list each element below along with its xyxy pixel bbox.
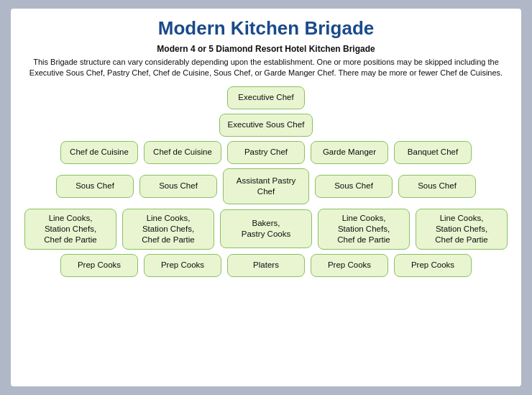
- line-cooks-3-box: Line Cooks, Station Chefs, Chef de Parti…: [318, 209, 410, 250]
- prep-cooks-4-box: Prep Cooks: [394, 254, 472, 277]
- row-level5: Line Cooks, Station Chefs, Chef de Parti…: [24, 209, 508, 250]
- row-level4: Sous Chef Sous Chef Assistant Pastry Che…: [56, 168, 476, 204]
- asst-pastry-chef-box: Assistant Pastry Chef: [223, 168, 309, 204]
- pastry-chef-box: Pastry Chef: [227, 141, 305, 164]
- page-title: Modern Kitchen Brigade: [22, 17, 510, 40]
- row-level6: Prep Cooks Prep Cooks Platers Prep Cooks…: [60, 254, 472, 277]
- main-card: Modern Kitchen Brigade Modern 4 or 5 Dia…: [11, 9, 521, 386]
- description: This Brigade structure can vary consider…: [22, 57, 510, 79]
- chef-de-cuisine-1-box: Chef de Cuisine: [60, 141, 138, 164]
- prep-cooks-1-box: Prep Cooks: [60, 254, 138, 277]
- subtitle: Modern 4 or 5 Diamond Resort Hotel Kitch…: [22, 44, 510, 54]
- prep-cooks-2-box: Prep Cooks: [144, 254, 221, 277]
- sous-chef-4-box: Sous Chef: [398, 175, 476, 198]
- sous-chef-3-box: Sous Chef: [315, 175, 393, 198]
- exec-sous-chef-box: Executive Sous Chef: [219, 114, 313, 137]
- banquet-chef-box: Banquet Chef: [394, 141, 472, 164]
- prep-cooks-3-box: Prep Cooks: [311, 254, 388, 277]
- line-cooks-1-box: Line Cooks, Station Chefs, Chef de Parti…: [24, 209, 116, 250]
- row-exec-chef: Executive Chef: [227, 86, 305, 109]
- row-level3: Chef de Cuisine Chef de Cuisine Pastry C…: [60, 141, 472, 164]
- row-exec-sous-chef: Executive Sous Chef: [219, 114, 313, 137]
- chef-de-cuisine-2-box: Chef de Cuisine: [144, 141, 221, 164]
- line-cooks-4-box: Line Cooks, Station Chefs, Chef de Parti…: [416, 209, 508, 250]
- line-cooks-2-box: Line Cooks, Station Chefs, Chef de Parti…: [122, 209, 214, 250]
- platers-box: Platers: [227, 254, 305, 277]
- exec-chef-box: Executive Chef: [227, 86, 305, 109]
- sous-chef-2-box: Sous Chef: [139, 175, 217, 198]
- org-chart: Executive Chef Executive Sous Chef Chef …: [22, 86, 510, 277]
- bakers-box: Bakers, Pastry Cooks: [220, 209, 312, 248]
- garde-manger-box: Garde Manger: [311, 141, 388, 164]
- sous-chef-1-box: Sous Chef: [56, 175, 134, 198]
